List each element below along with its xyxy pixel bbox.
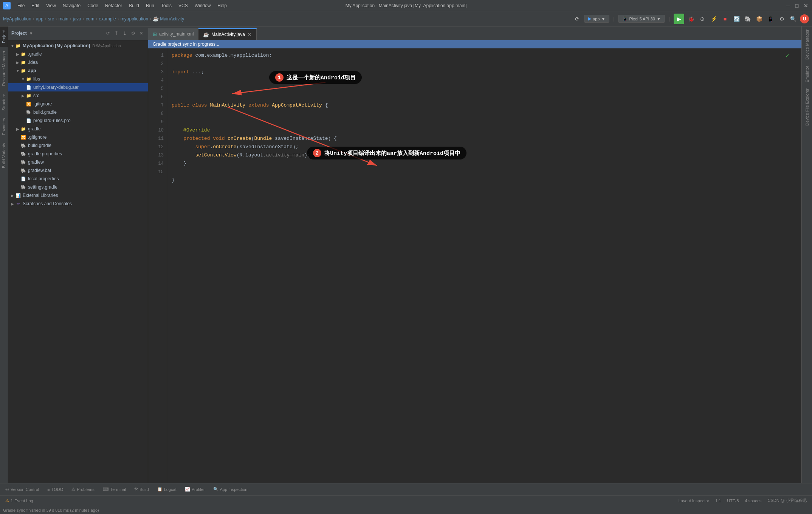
sidebar-toolbar-icons: ⟳ ⤒ ⤓ ⚙ ✕ [105,30,145,37]
project-tab[interactable]: Project [0,26,8,47]
breadcrumb-com[interactable]: com [86,16,95,22]
sdk-manager[interactable]: 📦 [755,14,764,23]
version-control-tab[interactable]: ◎ Version Control [2,485,43,493]
tree-root-gitignore[interactable]: 🔀 .gitignore [8,133,148,141]
code-line-15 [172,168,801,176]
position-status[interactable]: 1:1 [713,495,723,506]
root-icon: 📁 [15,43,21,49]
close-sidebar-icon[interactable]: ✕ [138,30,145,37]
favorites-tab[interactable]: Favorites [0,114,8,139]
terminal-tab[interactable]: ⌨ Terminal [99,485,130,493]
breadcrumb-main[interactable]: main [59,16,68,22]
menu-navigate[interactable]: Navigate [60,2,84,9]
app-selector[interactable]: ▶ app ▼ [584,15,609,23]
menu-build[interactable]: Build [126,2,142,9]
tree-gradle-folder[interactable]: ▶ 📁 gradle [8,125,148,133]
build-variants-tab[interactable]: Build Variants [0,139,8,172]
menu-file[interactable]: File [14,2,28,9]
menu-run[interactable]: Run [143,2,157,9]
line-num-14: 14 [148,159,167,168]
device-file-explorer-tab[interactable]: Device File Explorer [805,85,809,128]
breadcrumb-java[interactable]: java [73,16,81,22]
apply-changes[interactable]: ⚡ [709,14,718,23]
menu-code[interactable]: Code [84,2,101,9]
menu-view[interactable]: View [43,2,59,9]
app-inspection-tab[interactable]: 🔍 App Inspection [209,485,251,493]
tree-libs[interactable]: ▼ 📁 libs [8,75,148,83]
sync-icon[interactable]: ⟳ [573,14,582,23]
code-line-4 [172,76,801,85]
menu-help[interactable]: Help [214,2,230,9]
user-avatar[interactable]: U [800,14,809,23]
tree-proguard[interactable]: 📄 proguard-rules.pro [8,116,148,125]
tree-scratches[interactable]: ▶ ✏ Scratches and Consoles [8,200,148,208]
collapse-all-icon[interactable]: ⤒ [113,30,120,37]
maximize-button[interactable]: □ [794,3,800,9]
code-content[interactable]: package com.example.myapplication; impor… [167,48,801,483]
todo-tab[interactable]: ≡ TODO [43,486,67,493]
profiler-tab[interactable]: 📈 Profiler [181,485,209,493]
build-tab[interactable]: ⚒ Build [130,485,152,493]
code-line-10: @Override [172,126,801,135]
code-editor[interactable]: 1 这是一个新的Android项目 2 将Unity项目编译出来的aar放入到新… [148,48,801,483]
device-selector[interactable]: 📱 Pixel 5 API 30 ▼ [618,15,665,23]
run-button[interactable]: ▶ [674,14,684,24]
sync-sidebar-icon[interactable]: ⟳ [105,30,112,37]
search-icon[interactable]: 🔍 [789,14,798,23]
expand-all-icon[interactable]: ⤓ [121,30,128,37]
menu-tools[interactable]: Tools [158,2,175,9]
tree-external-libs[interactable]: ▶ 📊 External Libraries [8,191,148,200]
settings-icon[interactable]: ⚙ [777,14,786,23]
tree-root[interactable]: ▼ 📁 MyApplication [My Application] D:\My… [8,42,148,50]
tree-app-gitignore[interactable]: 🔀 .gitignore [8,100,148,108]
avd-manager[interactable]: 📱 [766,14,775,23]
tree-app-buildgradle[interactable]: 🐘 build.gradle [8,108,148,116]
tree-app[interactable]: ▼ 📁 app [8,67,148,75]
layout-inspector-status[interactable]: Layout Inspector [676,495,711,506]
tree-aar-file[interactable]: 📄 unityLibrary-debug.aar [8,83,148,91]
breadcrumb-app[interactable]: app [36,16,43,22]
resource-manager-tab[interactable]: Resource Manager [0,47,8,90]
close-button[interactable]: ✕ [803,3,809,9]
tree-settings-gradle[interactable]: 🐘 settings.gradle [8,183,148,191]
profiler-icon: 📈 [185,487,190,492]
minimize-button[interactable]: ─ [785,3,791,9]
debug-button[interactable]: 🐞 [686,14,696,23]
tree-src[interactable]: ▶ 📁 src [8,91,148,100]
breadcrumb-myapplication[interactable]: MyApplication [3,16,31,22]
structure-tab[interactable]: Structure [0,90,8,115]
breadcrumb-example[interactable]: example [99,16,116,22]
line-num-8: 8 [148,110,167,118]
tab-activity-main-xml[interactable]: ⊞ activity_main.xml [148,28,198,40]
tab-mainactivity-java[interactable]: ☕ MainActivity.java ✕ [198,28,256,40]
stop-button[interactable]: ■ [721,14,730,23]
menu-refactor[interactable]: Refactor [102,2,125,9]
tree-local-properties[interactable]: 📄 local.properties [8,175,148,183]
breadcrumb-myapplication2[interactable]: myapplication [121,16,148,22]
tree-gradle-properties[interactable]: 🐘 gradle.properties [8,150,148,158]
java-tab-icon: ☕ [203,32,209,37]
device-manager-tab[interactable]: Device Manager [805,26,809,63]
menu-vcs[interactable]: VCS [175,2,191,9]
encoding-status[interactable]: UTF-8 [725,495,741,506]
breadcrumb-src[interactable]: src [48,16,54,22]
profile-button[interactable]: ⊙ [698,14,707,23]
emulator-tab[interactable]: Emulator [805,63,809,85]
sidebar-settings-icon[interactable]: ⚙ [130,30,136,37]
tree-idea[interactable]: ▶ 📁 .idea [8,58,148,67]
event-log-status[interactable]: ⚠ 1 Event Log [3,495,36,506]
menu-edit[interactable]: Edit [28,2,42,9]
indent-status[interactable]: 4 spaces [743,495,764,506]
tree-gradlew-bat[interactable]: 🐘 gradlew.bat [8,166,148,175]
sync-project[interactable]: 🔄 [732,14,741,23]
problems-tab[interactable]: ⚠ Problems [68,485,98,493]
tree-gradle-hidden[interactable]: ▶ 📁 .gradle [8,50,148,58]
logcat-tab[interactable]: 📋 Logcat [153,485,180,493]
menu-window[interactable]: Window [192,2,214,9]
tab-close-icon[interactable]: ✕ [247,32,252,37]
tree-gradlew[interactable]: 🐘 gradlew [8,158,148,166]
window-title: My Application - MainActivity.java [My_A… [346,3,467,8]
tree-root-buildgradle[interactable]: 🐘 build.gradle [8,141,148,150]
breadcrumb-mainactivity[interactable]: MainActivity [160,16,184,22]
gradle-icon[interactable]: 🐘 [743,14,752,23]
